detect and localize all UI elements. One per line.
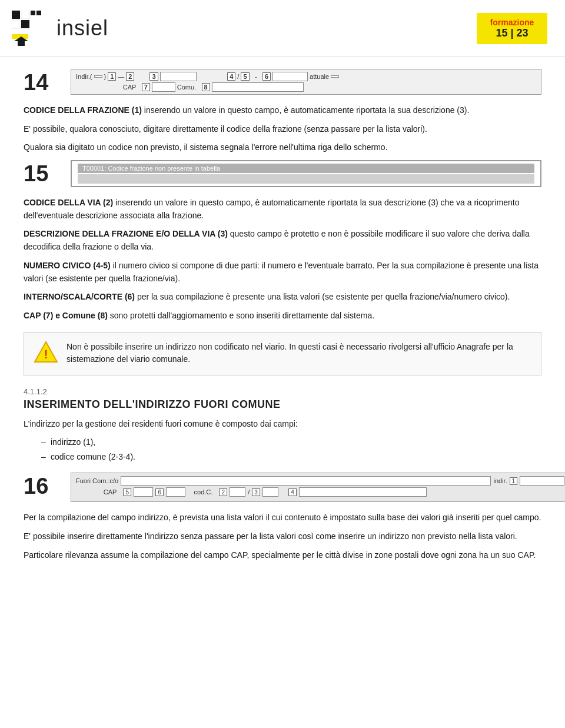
section-16: 16 Fuori Com.:c/o: [24, 473, 541, 502]
svg-rect-5: [36, 11, 41, 15]
error-sub: [78, 174, 534, 184]
text-bottom-2: E' possibile inserire direttamente l'ind…: [24, 530, 541, 543]
main-content: 14 Indir.( ) 1 — 2 3 4 / 5: [0, 57, 565, 585]
text-possibile-1: E' possibile, qualora conosciuto, digita…: [24, 123, 541, 136]
list-item-codice: codice comune (2-3-4).: [41, 451, 541, 463]
section-14: 14 Indir.( ) 1 — 2 3 4 / 5: [24, 69, 541, 95]
logo-area: insiel: [12, 11, 108, 46]
svg-rect-2: [12, 20, 20, 28]
text-codice-via: CODICE DELLA VIA (2) inserendo un valore…: [24, 197, 541, 222]
section-15-number: 15: [24, 160, 59, 185]
svg-rect-3: [21, 20, 29, 28]
section-14-number: 14: [24, 69, 59, 94]
svg-rect-4: [31, 11, 35, 15]
section-label: formazione: [485, 18, 539, 27]
text-bottom-3: Particolare rilevanza assume la compilaz…: [24, 549, 541, 562]
text-cap-comune: CAP (7) e Comune (8) sono protetti dall'…: [24, 310, 541, 323]
company-name: insiel: [56, 16, 108, 41]
fuori-comune-intro: L'indirizzo per la gestione dei resident…: [24, 418, 541, 431]
text-codice-frazione: CODICE DELLA FRAZIONE (1) inserendo un v…: [24, 104, 541, 117]
section-16-number: 16: [24, 473, 59, 497]
svg-rect-0: [12, 11, 20, 19]
section-14-screenshot: Indir.( ) 1 — 2 3 4 / 5 -: [71, 69, 541, 95]
svg-text:!: !: [44, 348, 48, 361]
section-15-screenshot: T00001: Codice frazione non presente in …: [71, 160, 541, 187]
warning-icon: !: [34, 341, 57, 367]
text-descrizione-frazione: DESCRIZIONE DELLA FRAZIONE E/O DELLA VIA…: [24, 228, 541, 253]
header-page-info: formazione 15 | 23: [477, 13, 547, 44]
text-bottom-1: Per la compilazione del campo indirizzo,…: [24, 511, 541, 524]
section-16-screenshot: Fuori Com.:c/o: [71, 473, 565, 502]
fuori-comune-list: indirizzo (1), codice comune (2-3-4).: [41, 436, 541, 463]
section-heading-title: INSERIMENTO DELL'INDIRIZZO FUORI COMUNE: [24, 398, 541, 411]
text-qualora: Qualora sia digitato un codice non previ…: [24, 141, 541, 154]
section-15: 15 T00001: Codice frazione non presente …: [24, 160, 541, 187]
warning-text: Non è possibile inserire un indirizzo no…: [67, 341, 531, 366]
error-title: T00001: Codice frazione non presente in …: [78, 164, 534, 173]
warning-box: ! Non è possibile inserire un indirizzo …: [24, 332, 541, 375]
company-logo-icon: [12, 11, 47, 46]
svg-rect-1: [21, 11, 29, 19]
list-item-indirizzo: indirizzo (1),: [41, 436, 541, 448]
text-interno-scala: INTERNO/SCALA/CORTE (6) per la sua compi…: [24, 291, 541, 304]
text-numero-civico: NUMERO CIVICO (4-5) il numero civico si …: [24, 260, 541, 285]
page-numbers: 15 | 23: [496, 27, 528, 39]
section-heading-4112: 4.1.1.2 INSERIMENTO DELL'INDIRIZZO FUORI…: [24, 387, 541, 411]
page-header: insiel formazione 15 | 23: [0, 0, 565, 57]
section-heading-number: 4.1.1.2: [24, 387, 541, 396]
